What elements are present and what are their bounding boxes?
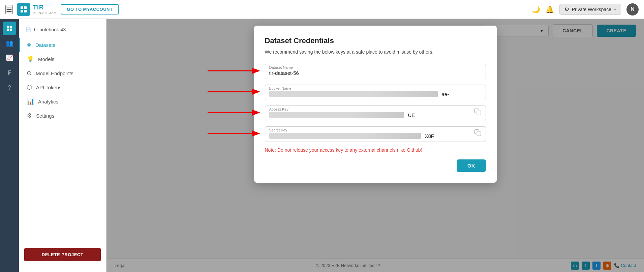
dataset-credentials-modal: Dataset Credentials We recommend saving … <box>254 26 497 183</box>
top-navbar: ☰ TIR AI PLATFORM GO TO MYACCOUNT 🌙 🔔 ⚙ … <box>0 0 644 19</box>
access-key-row: UE <box>269 112 474 118</box>
access-key-wrapper: Access Key UE <box>265 105 486 121</box>
sidebar-item-analytics[interactable]: 📊 Analytics <box>19 94 106 109</box>
svg-rect-3 <box>24 10 27 12</box>
workspace-icon: ⚙ <box>564 6 569 12</box>
analytics-icon: 📊 <box>27 98 34 105</box>
datasets-icon: ◈ <box>27 41 31 49</box>
arrow-bucket <box>208 88 262 97</box>
dataset-name-label: Dataset Name <box>269 65 482 69</box>
main-content: ▾ CANCEL CREATE Dataset Credentials We r… <box>106 19 644 272</box>
svg-rect-2 <box>21 10 23 12</box>
sidebar-label-models: Models <box>38 56 54 62</box>
sidebar-item-model-endpoints[interactable]: ⊙ Model Endpoints <box>19 66 106 80</box>
left-sidebar: 📄 tir-notebook-43 ◈ Datasets 💡 Models ⊙ … <box>19 19 106 272</box>
logo-area: TIR AI PLATFORM <box>17 3 57 16</box>
svg-rect-9 <box>477 132 481 136</box>
sidebar-item-datasets[interactable]: ◈ Datasets <box>19 38 106 52</box>
modal-description: We recommend saving the below keys at a … <box>265 49 486 56</box>
endpoints-icon: ⊙ <box>27 69 32 77</box>
sidebar-item-api-tokens[interactable]: ⬡ API Tokens <box>19 80 106 94</box>
icon-sidebar: 👥 📈 ₣ ? <box>0 19 19 272</box>
access-key-visible: UE <box>408 112 415 118</box>
modal-footer: OK <box>265 159 486 172</box>
settings-icon: ⚙ <box>27 112 32 119</box>
sidebar-item-models[interactable]: 💡 Models <box>19 52 106 66</box>
sidebar-icon-analytics[interactable]: 📈 <box>3 51 16 65</box>
sidebar-icon-files[interactable] <box>3 22 16 35</box>
models-icon: 💡 <box>27 55 34 63</box>
modal-overlay: Dataset Credentials We recommend saving … <box>106 19 644 272</box>
notebook-label: 📄 tir-notebook-43 <box>19 24 106 35</box>
secret-key-content: Secret Key X8F <box>269 128 474 139</box>
ok-button[interactable]: OK <box>457 159 486 172</box>
notification-button[interactable]: 🔔 <box>546 5 554 13</box>
secret-key-wrapper: Secret Key X8F <box>265 126 486 142</box>
sidebar-icon-billing[interactable]: ₣ <box>3 66 16 80</box>
notebook-name: tir-notebook-43 <box>34 27 66 32</box>
workspace-selector[interactable]: ⚙ Private Workspace ▾ <box>559 4 621 15</box>
logo-sub: AI PLATFORM <box>33 11 57 14</box>
access-key-redacted <box>269 112 404 118</box>
bucket-name-field: Bucket Name ae- <box>265 85 486 100</box>
access-key-content: Access Key UE <box>269 107 474 118</box>
copy-access-key-button[interactable] <box>474 108 482 117</box>
bucket-name-wrapper: Bucket Name ae- <box>265 85 486 100</box>
bucket-name-visible: ae- <box>442 91 449 97</box>
workspace-label: Private Workspace <box>572 7 611 12</box>
sidebar-icon-users[interactable]: 👥 <box>3 36 16 50</box>
svg-rect-0 <box>21 6 23 9</box>
access-key-label: Access Key <box>269 107 474 111</box>
sidebar-label-endpoints: Model Endpoints <box>36 70 73 76</box>
secret-key-visible: X8F <box>425 133 434 139</box>
secret-key-redacted <box>269 133 421 139</box>
arrow-secret <box>208 129 262 139</box>
chevron-down-icon: ▾ <box>614 7 616 12</box>
modal-title: Dataset Credentials <box>265 36 486 45</box>
notebook-icon: 📄 <box>26 27 31 32</box>
svg-rect-1 <box>24 6 27 9</box>
dataset-name-field: Dataset Name tir-dataset-56 <box>265 64 486 79</box>
sidebar-label-settings: Settings <box>36 113 54 119</box>
sidebar-item-settings[interactable]: ⚙ Settings <box>19 109 106 123</box>
delete-project-button[interactable]: DELETE PROJECT <box>24 248 101 261</box>
sidebar-label-analytics: Analytics <box>38 99 58 104</box>
arrow-dataset <box>208 67 262 76</box>
access-key-field: Access Key UE <box>265 105 486 121</box>
go-myaccount-button[interactable]: GO TO MYACCOUNT <box>61 4 119 14</box>
nav-right: 🌙 🔔 ⚙ Private Workspace ▾ N <box>532 3 639 16</box>
main-layout: 👥 📈 ₣ ? 📄 tir-notebook-43 ◈ Datasets 💡 M… <box>0 19 644 272</box>
secret-key-label: Secret Key <box>269 128 474 132</box>
bucket-name-label: Bucket Name <box>269 86 482 90</box>
dataset-name-wrapper: Dataset Name tir-dataset-56 <box>265 64 486 79</box>
copy-secret-key-button[interactable] <box>474 129 482 138</box>
logo-name: TIR <box>33 4 57 11</box>
bucket-name-redacted <box>269 91 438 97</box>
dark-mode-button[interactable]: 🌙 <box>532 5 540 13</box>
secret-key-row: X8F <box>269 133 474 139</box>
svg-rect-7 <box>477 111 481 115</box>
logo-icon <box>17 3 30 16</box>
hamburger-menu-button[interactable]: ☰ <box>5 5 13 14</box>
tokens-icon: ⬡ <box>27 84 32 91</box>
logo-text: TIR AI PLATFORM <box>33 4 57 14</box>
sidebar-icon-help[interactable]: ? <box>3 81 16 94</box>
dataset-name-value: tir-dataset-56 <box>269 70 299 76</box>
sidebar-label-tokens: API Tokens <box>36 85 62 90</box>
sidebar-label-datasets: Datasets <box>35 42 55 48</box>
avatar: N <box>626 3 639 16</box>
bucket-name-row: ae- <box>269 91 482 97</box>
arrow-access <box>208 109 262 118</box>
secret-key-field: Secret Key X8F <box>265 126 486 142</box>
note-text: Note: Do not release your access key to … <box>265 147 486 153</box>
